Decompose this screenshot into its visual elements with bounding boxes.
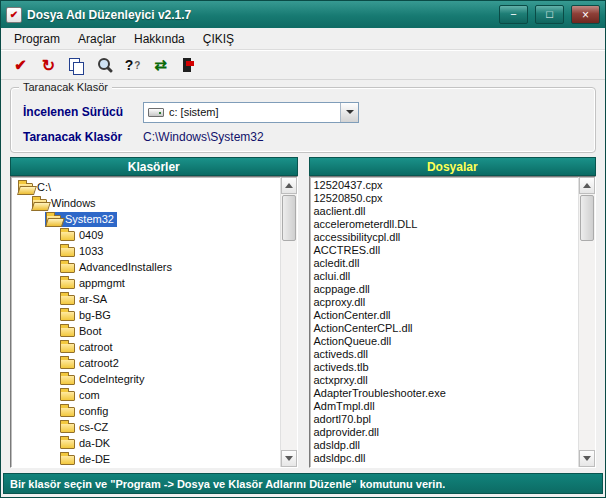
app-icon — [6, 7, 22, 23]
folders-panel: Klasörler C:\ — [10, 157, 298, 468]
file-list-item[interactable]: ActionQueue.dll — [310, 335, 579, 348]
tree-item-label: ar-SA — [79, 293, 107, 305]
scroll-down-button[interactable] — [281, 450, 297, 467]
scroll-track[interactable] — [579, 242, 595, 450]
tree-item[interactable]: C:\ — [11, 179, 280, 195]
tree-item-label: 0409 — [79, 229, 103, 241]
folder-icon — [60, 231, 75, 241]
tree-item-label: de-DE — [79, 453, 110, 465]
tree-item-label: cs-CZ — [79, 421, 108, 433]
check-icon — [12, 57, 29, 74]
titlebar[interactable]: Dosya Adı Düzenleyici v2.1.7 − □ × — [1, 1, 605, 28]
tree-item-label: CodeIntegrity — [79, 373, 144, 385]
file-list-item[interactable]: aaclient.dll — [310, 205, 579, 218]
folder-icon — [60, 439, 75, 449]
file-list-item[interactable]: 12520437.cpx — [310, 179, 579, 192]
tree-item[interactable]: ar-SA — [11, 291, 280, 307]
file-list: 12520437.cpx 12520850.cpx aaclient.dll a… — [310, 177, 579, 467]
folder-icon — [60, 263, 75, 273]
folder-open-icon — [32, 199, 47, 209]
close-button[interactable]: × — [571, 5, 600, 24]
scroll-up-button[interactable] — [281, 177, 297, 194]
tree-item[interactable]: AdvancedInstallers — [11, 259, 280, 275]
tree-item[interactable]: com — [11, 387, 280, 403]
minimize-button[interactable]: − — [499, 5, 528, 24]
file-list-item[interactable]: acledit.dll — [310, 257, 579, 270]
file-list-item[interactable]: AdapterTroubleshooter.exe — [310, 387, 579, 400]
tree-item-label: Windows — [51, 197, 96, 209]
scan-folder-path: C:\Windows\System32 — [143, 130, 264, 144]
statusbar: Bir klasör seçin ve "Program -> Dosya ve… — [3, 473, 603, 494]
tree-item[interactable]: 0409 — [11, 227, 280, 243]
status-text: Bir klasör seçin ve "Program -> Dosya ve… — [10, 478, 445, 490]
folder-icon — [60, 343, 75, 353]
files-panel-body: 12520437.cpx 12520850.cpx aaclient.dll a… — [309, 176, 597, 468]
tree-item[interactable]: config — [11, 403, 280, 419]
file-list-item[interactable]: ACCTRES.dll — [310, 244, 579, 257]
app-window: Dosya Adı Düzenleyici v2.1.7 − □ × Progr… — [0, 0, 606, 498]
drive-label: İncelenen Sürücü — [23, 105, 143, 119]
folders-scrollbar[interactable] — [280, 177, 297, 467]
folder-open-icon — [18, 183, 33, 193]
files-scrollbar[interactable] — [578, 177, 595, 467]
redo-button[interactable] — [36, 53, 61, 77]
scroll-track[interactable] — [281, 242, 297, 450]
menu-item[interactable]: Araçlar — [69, 28, 125, 49]
scroll-thumb[interactable] — [580, 195, 594, 241]
exit-icon — [180, 57, 197, 74]
file-list-item[interactable]: accessibilitycpl.dll — [310, 231, 579, 244]
folder-icon — [60, 295, 75, 305]
scroll-thumb[interactable] — [282, 195, 296, 241]
drive-row: İncelenen Sürücü c: [sistem] — [23, 101, 583, 123]
drive-combobox-value: c: [sistem] — [169, 106, 340, 118]
confirm-button[interactable] — [8, 53, 33, 77]
file-list-item[interactable]: AdmTmpl.dll — [310, 400, 579, 413]
folder-icon — [60, 359, 75, 369]
tree-item[interactable]: System32 — [11, 211, 280, 227]
maximize-button[interactable]: □ — [535, 5, 564, 24]
menubar: Program Araçlar Hakkında ÇIKIŞ — [1, 28, 605, 50]
tree-item[interactable]: CodeIntegrity — [11, 371, 280, 387]
chevron-down-icon[interactable] — [340, 103, 358, 122]
tree-item[interactable]: cs-CZ — [11, 419, 280, 435]
tree-item[interactable]: catroot — [11, 339, 280, 355]
file-list-item[interactable]: ActionCenterCPL.dll — [310, 322, 579, 335]
folder-icon — [60, 311, 75, 321]
search-button[interactable] — [92, 53, 117, 77]
folder-icon — [60, 279, 75, 289]
tree-item[interactable]: Boot — [11, 323, 280, 339]
drive-combobox[interactable]: c: [sistem] — [143, 102, 359, 123]
tree-item-label: catroot — [79, 341, 113, 353]
tree-item[interactable]: catroot2 — [11, 355, 280, 371]
tree-item[interactable]: appmgmt — [11, 275, 280, 291]
file-list-item[interactable]: activeds.tlb — [310, 361, 579, 374]
file-list-item[interactable]: activeds.dll — [310, 348, 579, 361]
tree-item[interactable]: Windows — [11, 195, 280, 211]
file-list-item[interactable]: adsldpc.dll — [310, 452, 579, 465]
menu-item[interactable]: ÇIKIŞ — [194, 28, 243, 49]
exit-button[interactable] — [176, 53, 201, 77]
file-list-item[interactable]: acppage.dll — [310, 283, 579, 296]
file-list-item[interactable]: 12520850.cpx — [310, 192, 579, 205]
file-list-item[interactable]: aclui.dll — [310, 270, 579, 283]
menu-item[interactable]: Hakkında — [125, 28, 194, 49]
tree-item[interactable]: da-DK — [11, 435, 280, 451]
scroll-up-button[interactable] — [579, 177, 595, 194]
file-list-item[interactable]: adsldp.dll — [310, 439, 579, 452]
copy-button[interactable] — [64, 53, 89, 77]
file-list-item[interactable]: adprovider.dll — [310, 426, 579, 439]
file-list-item[interactable]: acproxy.dll — [310, 296, 579, 309]
tree-item[interactable]: de-DE — [11, 451, 280, 467]
help-button[interactable] — [120, 53, 145, 77]
file-list-item[interactable]: accelerometerdll.DLL — [310, 218, 579, 231]
menu-item[interactable]: Program — [5, 28, 69, 49]
refresh-button[interactable] — [148, 53, 173, 77]
file-list-item[interactable]: adortl70.bpl — [310, 413, 579, 426]
file-list-item[interactable]: actxprxy.dll — [310, 374, 579, 387]
file-list-item[interactable]: ActionCenter.dll — [310, 309, 579, 322]
tree-item[interactable]: bg-BG — [11, 307, 280, 323]
tree-item[interactable]: 1033 — [11, 243, 280, 259]
scroll-down-button[interactable] — [579, 450, 595, 467]
folders-panel-body: C:\ Windows — [10, 176, 298, 468]
window-title: Dosya Adı Düzenleyici v2.1.7 — [27, 8, 492, 22]
